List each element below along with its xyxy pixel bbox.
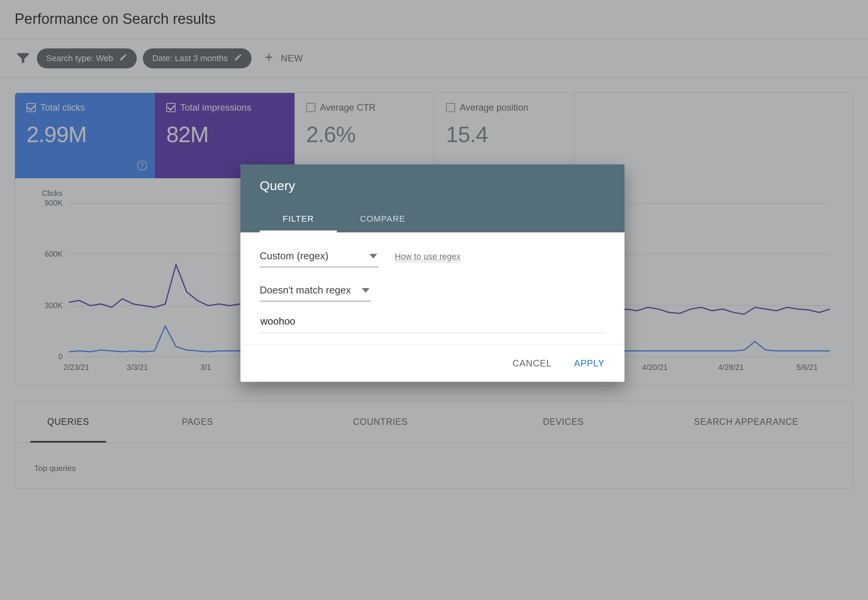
dialog-tab-filter[interactable]: FILTER <box>260 206 337 232</box>
dialog-title: Query <box>260 178 605 193</box>
match-mode-selected: Doesn't match regex <box>260 284 351 296</box>
chevron-down-icon <box>369 254 377 259</box>
query-filter-dialog: Query FILTER COMPARE Custom (regex) How … <box>240 164 624 382</box>
dialog-tabs: FILTER COMPARE <box>260 206 605 232</box>
dialog-header: Query FILTER COMPARE <box>240 164 624 232</box>
dialog-body: Custom (regex) How to use regex Doesn't … <box>240 232 624 345</box>
cancel-button[interactable]: CANCEL <box>507 354 557 373</box>
filter-type-select[interactable]: Custom (regex) <box>260 246 379 267</box>
regex-help-link[interactable]: How to use regex <box>395 252 461 262</box>
filter-type-selected: Custom (regex) <box>260 250 328 262</box>
dialog-actions: CANCEL APPLY <box>240 345 624 382</box>
dialog-tab-compare[interactable]: COMPARE <box>337 206 428 232</box>
match-mode-select[interactable]: Doesn't match regex <box>260 280 371 302</box>
chevron-down-icon <box>362 288 369 293</box>
query-regex-input[interactable] <box>260 312 605 333</box>
apply-button[interactable]: APPLY <box>568 354 610 373</box>
